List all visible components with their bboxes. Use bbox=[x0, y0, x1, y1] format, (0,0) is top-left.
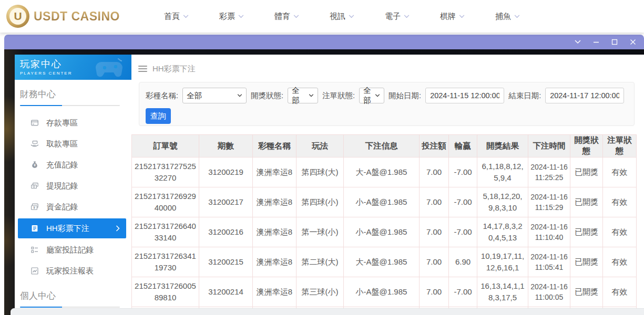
section-divider bbox=[20, 307, 120, 308]
sidebar-item-0-7[interactable]: 玩家投注報表 bbox=[15, 260, 131, 281]
select-value: 全部 bbox=[363, 86, 373, 106]
section-divider bbox=[20, 105, 120, 106]
sidebar-item-label: 存款專區 bbox=[46, 118, 78, 128]
nav-item-1[interactable]: 首頁 bbox=[164, 12, 189, 22]
nav-item-label: 棋牌 bbox=[440, 12, 456, 22]
table-cell: 小-A盤@1.985 bbox=[344, 277, 420, 307]
sidebar-item-0-1[interactable]: 取款專區 bbox=[15, 133, 131, 154]
nav-item-2[interactable]: 彩票 bbox=[219, 12, 244, 22]
table-cell: 2024-11-16 11:00:05 bbox=[528, 277, 570, 307]
table-cell: 31200216 bbox=[199, 217, 253, 247]
table-cell: 14,17,8,3,20,4,5,13 bbox=[477, 217, 528, 247]
filter-label: 開獎狀態: bbox=[251, 91, 283, 101]
chevron-down-icon bbox=[238, 15, 244, 18]
sidebar-item-label: 玩家投注報表 bbox=[46, 266, 94, 276]
horizontal-scrollbar[interactable] bbox=[11, 308, 644, 315]
main-nav: 首頁彩票體育視訊電子棋牌捕魚 bbox=[164, 12, 520, 22]
filter-date-input-5[interactable] bbox=[545, 88, 624, 103]
nav-item-6[interactable]: 棋牌 bbox=[440, 12, 465, 22]
sidebar-item-label: 取款專區 bbox=[46, 139, 78, 149]
table-cell: 10,19,17,11,12,6,16,1 bbox=[477, 247, 528, 277]
brand-logo-icon: U bbox=[6, 5, 29, 28]
table-cell: -7.00 bbox=[449, 277, 477, 307]
nav-item-label: 捕魚 bbox=[495, 12, 511, 22]
close-icon[interactable] bbox=[630, 39, 636, 45]
select-caret-icon bbox=[375, 94, 380, 97]
table-cell: -7.00 bbox=[449, 187, 477, 217]
table-cell: 2152173172692940000 bbox=[132, 187, 199, 217]
sidebar-item-0-2[interactable]: ¥充值記錄 bbox=[15, 154, 131, 175]
filter-select-3[interactable]: 全部 bbox=[359, 88, 384, 103]
nav-item-4[interactable]: 視訊 bbox=[330, 12, 354, 22]
table-cell: 有效 bbox=[603, 158, 637, 187]
col-header: 注單狀態 bbox=[603, 135, 637, 158]
table-row: 215217317269294000031200217澳洲幸运8第四球(小)小-… bbox=[132, 187, 637, 217]
table-cell: 第四球(小) bbox=[297, 187, 344, 217]
withdraw-icon bbox=[30, 140, 39, 148]
table-cell: 小-A盤@1.985 bbox=[344, 187, 420, 217]
search-button[interactable]: 查詢 bbox=[146, 108, 171, 124]
table-cell: 7.00 bbox=[420, 217, 449, 247]
table-cell: 7.00 bbox=[420, 187, 449, 217]
sidebar-item-0-0[interactable]: 存款專區 bbox=[15, 112, 131, 133]
table-row: 215217317275253227031200219澳洲幸运8第四球(大)大-… bbox=[132, 158, 637, 187]
nav-item-3[interactable]: 體育 bbox=[274, 12, 299, 22]
chevron-down-icon bbox=[349, 15, 354, 18]
filter-label: 彩種名稱: bbox=[146, 91, 178, 101]
nav-item-label: 視訊 bbox=[330, 12, 345, 22]
sidebar-item-0-3[interactable]: 提現記錄 bbox=[15, 175, 131, 196]
table-cell: 第一球(小) bbox=[297, 217, 344, 247]
table-cell: -7.00 bbox=[449, 158, 477, 187]
bets-table: 訂單號期數彩種名稱玩法下注信息投注額輸贏開獎結果下注時間開獎狀態注單狀態 215… bbox=[131, 134, 637, 313]
table-cell: 小-A盤@1.985 bbox=[344, 217, 420, 247]
nav-item-7[interactable]: 捕魚 bbox=[495, 12, 520, 22]
filter-panel: 彩種名稱:全部開獎狀態:全部注單狀態:全部開始日期:結束日期: 查詢 bbox=[139, 82, 635, 126]
top-nav-bar: U USDT CASINO 首頁彩票體育視訊電子棋牌捕魚 bbox=[0, 0, 644, 33]
recharge-record-icon: ¥ bbox=[30, 161, 39, 169]
table-cell: 7.00 bbox=[420, 247, 449, 277]
filter-select-2[interactable]: 全部 bbox=[288, 88, 318, 103]
minimize-icon[interactable] bbox=[593, 39, 599, 45]
chevron-down-icon bbox=[459, 15, 465, 18]
table-cell: 第三球(小) bbox=[297, 277, 344, 307]
col-header: 彩種名稱 bbox=[253, 135, 297, 158]
table-cell: 31200217 bbox=[199, 187, 253, 217]
table-cell: 澳洲幸运8 bbox=[253, 247, 297, 277]
table-cell: 澳洲幸运8 bbox=[253, 217, 297, 247]
table-cell: 31200219 bbox=[199, 158, 253, 187]
chevron-down-icon bbox=[514, 15, 520, 18]
sidebar-item-0-5[interactable]: HH彩票下注 bbox=[18, 218, 126, 238]
window-body: 玩家中心 PLAYERS CENTER 財務中心存款專區取款專區¥充值記錄提現記… bbox=[4, 49, 644, 315]
sidebar-item-0-6[interactable]: 廳室投註記錄 bbox=[15, 239, 131, 260]
filter-label: 結束日期: bbox=[508, 91, 541, 101]
deposit-icon bbox=[30, 119, 39, 127]
table-cell: 澳洲幸运8 bbox=[253, 187, 297, 217]
nav-item-5[interactable]: 電子 bbox=[385, 12, 410, 22]
col-header: 期數 bbox=[199, 135, 253, 158]
table-cell: 2152173172634119730 bbox=[132, 247, 199, 277]
table-cell: 大-A盤@1.985 bbox=[344, 158, 420, 187]
table-cell: 16,13,14,1,18,3,17,5 bbox=[477, 277, 528, 307]
filter-label: 開始日期: bbox=[389, 91, 421, 101]
table-cell: 已開獎 bbox=[570, 277, 603, 307]
brand: U USDT CASINO bbox=[6, 5, 120, 28]
filter-select-1[interactable]: 全部 bbox=[182, 88, 247, 103]
chevron-down-icon bbox=[293, 15, 299, 18]
col-header: 開獎狀態 bbox=[570, 135, 603, 158]
table-row: 215217317260058981031200214澳洲幸运8第三球(小)小-… bbox=[132, 277, 637, 307]
table-cell: 有效 bbox=[603, 247, 637, 277]
table-cell: 大-A盤@1.985 bbox=[344, 247, 420, 277]
filter-date-input-4[interactable] bbox=[425, 88, 504, 103]
menu-toggle-icon[interactable] bbox=[138, 66, 147, 72]
chevron-down-icon[interactable] bbox=[575, 40, 581, 44]
nav-item-label: 體育 bbox=[274, 12, 290, 22]
sidebar-item-0-4[interactable]: ¥資金記錄 bbox=[15, 196, 131, 217]
select-caret-icon bbox=[237, 94, 242, 97]
section-title: 財務中心 bbox=[20, 88, 131, 100]
table-cell: 2152173172752532270 bbox=[132, 158, 199, 187]
sidebar-header: 玩家中心 PLAYERS CENTER bbox=[15, 55, 131, 80]
sidebar-item-label: 資金記錄 bbox=[46, 202, 78, 212]
table-cell: 2152173172664033140 bbox=[132, 217, 199, 247]
table-cell: 6.90 bbox=[449, 247, 477, 277]
maximize-icon[interactable] bbox=[611, 39, 618, 45]
